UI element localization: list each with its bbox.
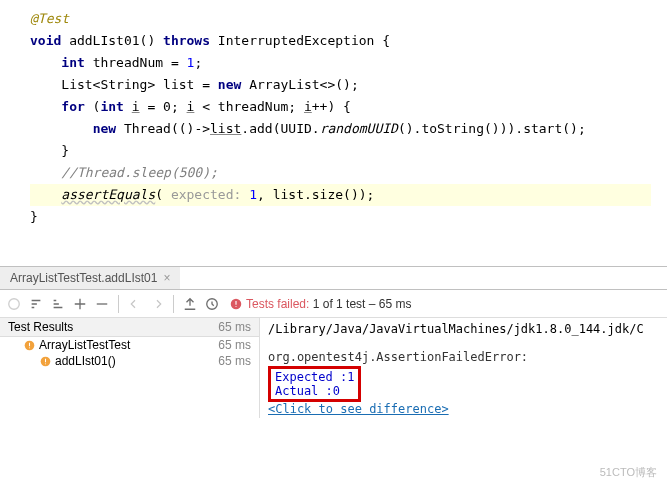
fail-icon — [40, 356, 51, 367]
sort-down-icon[interactable] — [26, 293, 46, 315]
assertion-diff-box: Expected :1 Actual :0 — [268, 366, 361, 402]
tree-node-method[interactable]: addLIst01() 65 ms — [0, 353, 259, 369]
code-editor[interactable]: @Test void addLIst01() throws Interrupte… — [0, 0, 667, 236]
tree-node-class[interactable]: ArrayListTestTest 65 ms — [0, 337, 259, 353]
commented-sleep: //Thread.sleep(500); — [61, 165, 218, 180]
see-diff-link[interactable]: <Click to see difference> — [268, 402, 449, 416]
tests-status: Tests failed: 1 of 1 test – 65 ms — [230, 297, 411, 311]
next-fail-icon[interactable] — [147, 293, 167, 315]
close-icon[interactable]: × — [163, 271, 170, 285]
highlighted-line: assertEquals( expected: 1, list.size()); — [30, 184, 651, 206]
console-output[interactable]: /Library/Java/JavaVirtualMachines/jdk1.8… — [260, 318, 667, 418]
collapse-icon[interactable] — [92, 293, 112, 315]
results-panel: Test Results 65 ms ArrayListTestTest 65 … — [0, 318, 667, 418]
actual-line: Actual :0 — [275, 384, 354, 398]
error-line: org.opentest4j.AssertionFailedError: — [268, 350, 659, 364]
jdk-path: /Library/Java/JavaVirtualMachines/jdk1.8… — [268, 322, 659, 336]
history-icon[interactable] — [202, 293, 222, 315]
show-passed-icon[interactable] — [4, 293, 24, 315]
fail-icon — [24, 340, 35, 351]
svg-point-0 — [9, 298, 20, 309]
expand-icon[interactable] — [70, 293, 90, 315]
test-tree[interactable]: Test Results 65 ms ArrayListTestTest 65 … — [0, 318, 260, 418]
sort-up-icon[interactable] — [48, 293, 68, 315]
export-icon[interactable] — [180, 293, 200, 315]
run-tab-bar: ArrayListTestTest.addLIst01 × — [0, 266, 667, 290]
assert-call: assertEquals — [61, 187, 155, 202]
prev-fail-icon[interactable] — [125, 293, 145, 315]
expected-line: Expected :1 — [275, 370, 354, 384]
annotation-test: @Test — [30, 11, 69, 26]
fail-status-icon — [230, 298, 242, 310]
run-tab[interactable]: ArrayListTestTest.addLIst01 × — [0, 267, 180, 289]
tab-label: ArrayListTestTest.addLIst01 — [10, 271, 157, 285]
tree-header-label: Test Results — [8, 320, 73, 334]
test-toolbar: Tests failed: 1 of 1 test – 65 ms — [0, 290, 667, 318]
